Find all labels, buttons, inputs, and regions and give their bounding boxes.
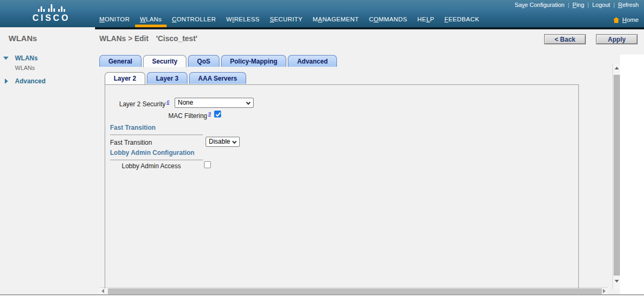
chevron-right-icon[interactable] xyxy=(5,79,8,84)
selected-value: None xyxy=(178,99,193,106)
menu-text: LANs xyxy=(146,16,162,22)
footnote-6-link[interactable]: 6 xyxy=(167,99,169,105)
content-area: General Security QoS Policy-Mapping Adva… xyxy=(95,54,620,294)
tab-policy-mapping[interactable]: Policy-Mapping xyxy=(221,55,287,67)
sidebar-item-wlans-group[interactable]: WLANs xyxy=(0,54,95,62)
menu-text: ONTROLLER xyxy=(177,16,216,22)
top-navigation-bar: Save Configuration | Ping | Logout | Ref… xyxy=(0,0,644,27)
menu-item-commands[interactable]: COMMANDS xyxy=(369,15,407,23)
menu-item-management[interactable]: MANAGEMENT xyxy=(313,15,359,23)
main-menu: MONITOR WLANs CONTROLLER WIRELESS SECURI… xyxy=(99,15,479,23)
refresh-link[interactable]: Refresh xyxy=(618,2,639,8)
access-key: A xyxy=(318,16,323,22)
menu-item-feedback[interactable]: FEEDBACK xyxy=(444,15,479,23)
chevron-down-icon[interactable] xyxy=(3,57,9,60)
label-text: Layer 2 Security xyxy=(119,100,166,108)
menu-text: HE xyxy=(418,16,427,22)
chevron-down-icon xyxy=(246,100,250,105)
tab-general[interactable]: General xyxy=(99,55,142,67)
scroll-up-icon[interactable] xyxy=(615,67,619,69)
link-text: ome xyxy=(627,17,639,23)
scroll-left-icon[interactable] xyxy=(101,289,104,293)
link-text: Logout xyxy=(592,2,610,8)
vertical-scrollbar[interactable] xyxy=(612,64,620,289)
mac-filtering-checkbox[interactable] xyxy=(214,111,221,117)
chevron-down-icon xyxy=(232,139,237,144)
cisco-logo: CISCO xyxy=(18,4,84,23)
breadcrumb: WLANs > Edit xyxy=(99,34,148,43)
sidebar-item-label: WLANs xyxy=(15,65,35,71)
cisco-bridge-icon xyxy=(18,4,84,12)
link-text: Sa xyxy=(515,2,522,8)
access-key: F xyxy=(444,16,448,22)
separator: | xyxy=(568,2,569,8)
menu-text: C xyxy=(369,16,374,22)
section-divider xyxy=(110,135,203,135)
label-text: MAC Filtering xyxy=(168,112,207,120)
back-button[interactable]: < Back xyxy=(544,34,586,44)
lobby-admin-access-checkbox[interactable] xyxy=(204,161,211,168)
sidebar: WLANs WLANs WLANs Advanced xyxy=(0,27,95,294)
tab-qos[interactable]: QoS xyxy=(188,55,219,67)
menu-text: RELESS xyxy=(234,16,260,22)
menu-text: ECURITY xyxy=(274,16,302,22)
tab-aaa-servers[interactable]: AAA Servers xyxy=(189,72,246,84)
page-title: WLANs > Edit'Cisco_test' xyxy=(99,34,198,43)
tab-layer3[interactable]: Layer 3 xyxy=(147,72,187,84)
sidebar-tree: WLANs WLANs Advanced xyxy=(0,54,95,85)
fast-transition-label: Fast Transition xyxy=(110,139,152,146)
menu-text: P xyxy=(430,16,434,22)
lobby-admin-access-label: Lobby Admin Access xyxy=(122,162,181,170)
sidebar-item-wlans-child[interactable]: WLANs xyxy=(0,65,95,71)
page-header: WLANs > Edit'Cisco_test' < Back Apply xyxy=(95,29,644,54)
sidebar-item-advanced[interactable]: Advanced xyxy=(0,77,95,85)
selected-value: Disable xyxy=(209,138,230,145)
menu-text: NAGEMENT xyxy=(323,16,359,22)
mac-filtering-label: MAC Filtering9 xyxy=(105,111,211,120)
horizontal-scrollbar-thumb[interactable] xyxy=(108,288,602,294)
link-text: efresh xyxy=(622,2,639,8)
utility-links: Save Configuration | Ping | Logout | Ref… xyxy=(515,2,639,8)
menu-item-security[interactable]: SECURITY xyxy=(270,15,302,23)
link-text: e Configuration xyxy=(525,2,565,8)
scroll-right-icon[interactable] xyxy=(603,289,606,293)
save-configuration-link[interactable]: Save Configuration xyxy=(515,2,565,8)
menu-text: ONITOR xyxy=(105,16,130,22)
menu-item-help[interactable]: HELP xyxy=(418,15,435,23)
layer2-security-select[interactable]: None xyxy=(175,98,254,108)
fast-transition-select[interactable]: Disable xyxy=(206,137,240,147)
menu-text: EEDBACK xyxy=(449,16,480,22)
ping-link[interactable]: Ping xyxy=(572,2,584,8)
main-tab-bar: General Security QoS Policy-Mapping Adva… xyxy=(99,55,339,67)
menu-item-controller[interactable]: CONTROLLER xyxy=(172,15,216,23)
access-key: M xyxy=(99,16,105,22)
access-key: W xyxy=(140,16,146,22)
logout-link[interactable]: Logout xyxy=(592,2,610,8)
menu-text: W xyxy=(226,16,232,22)
fast-transition-section-header: Fast Transition xyxy=(110,124,155,131)
security-sub-tab-bar: Layer 2 Layer 3 AAA Servers xyxy=(105,72,248,84)
home-link[interactable]: Home xyxy=(613,17,639,23)
layer2-panel: Layer 2 Security6 None MAC Filtering9 Fa… xyxy=(105,84,579,288)
sidebar-heading: WLANs xyxy=(9,34,95,43)
tab-layer2[interactable]: Layer 2 xyxy=(105,72,145,84)
menu-item-monitor[interactable]: MONITOR xyxy=(99,15,130,23)
lobby-admin-section-header: Lobby Admin Configuration xyxy=(110,149,194,156)
cisco-wordmark: CISCO xyxy=(18,13,84,23)
vertical-scrollbar-thumb[interactable] xyxy=(614,75,620,276)
menu-item-wlans[interactable]: WLANs xyxy=(140,15,162,23)
tab-advanced[interactable]: Advanced xyxy=(288,55,336,67)
tab-security[interactable]: Security xyxy=(143,55,186,67)
menu-text: MMANDS xyxy=(379,16,407,22)
access-key: C xyxy=(172,16,177,22)
frame-bottom-border xyxy=(0,294,644,295)
footnote-9-link[interactable]: 9 xyxy=(208,111,211,116)
apply-button[interactable]: Apply xyxy=(596,34,638,44)
menu-item-wireless[interactable]: WIRELESS xyxy=(226,15,260,23)
scroll-down-icon[interactable] xyxy=(615,280,619,283)
home-icon xyxy=(613,17,619,23)
menu-text: M xyxy=(313,16,318,22)
sidebar-item-label: Advanced xyxy=(15,77,45,85)
section-divider xyxy=(110,160,203,160)
link-text: ing xyxy=(576,2,584,8)
